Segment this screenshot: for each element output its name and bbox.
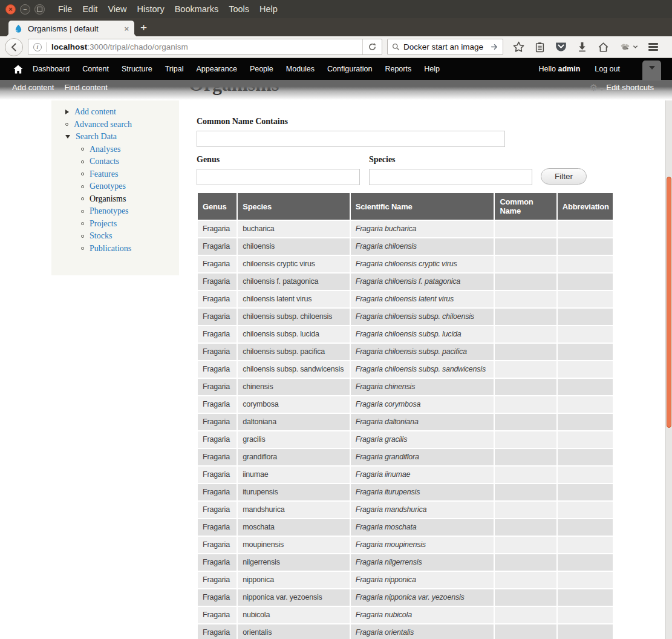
logout-link[interactable]: Log out: [595, 65, 620, 73]
admin-menu-item[interactable]: Modules: [286, 65, 315, 73]
search-go-icon[interactable]: [491, 43, 498, 51]
admin-menu-item[interactable]: Configuration: [327, 65, 372, 73]
species-input[interactable]: [369, 169, 532, 185]
bookmarks-list-icon[interactable]: [535, 42, 545, 53]
admin-menu-item[interactable]: Appearance: [196, 65, 237, 73]
admin-menu-item[interactable]: Reports: [385, 65, 411, 73]
menubar-item[interactable]: File: [58, 4, 72, 14]
edit-shortcuts-link[interactable]: ⚙ Edit shortcuts: [590, 83, 654, 92]
sidebar-item-label[interactable]: Search Data: [76, 131, 117, 143]
admin-home-icon[interactable]: [13, 65, 23, 74]
sidebar-item-label[interactable]: Contacts: [90, 156, 119, 168]
species-cell: chiloensis: [238, 238, 350, 255]
browser-menubar: FileEditViewHistoryBookmarksToolsHelp: [58, 4, 278, 14]
sidebar-item-label[interactable]: Organisms: [90, 193, 126, 206]
sidebar-item-label[interactable]: Stocks: [90, 230, 112, 243]
sidebar-menu-item[interactable]: Search Data: [51, 131, 179, 143]
sidebar-menu: Add content Advanced search Search Data …: [51, 106, 179, 255]
abbreviation-cell: [558, 431, 613, 448]
back-button[interactable]: [5, 38, 23, 56]
page-content: Common Name Contains Genus Species Filte…: [197, 100, 614, 639]
admin-menu-item[interactable]: Content: [82, 65, 109, 73]
admin-menu-item[interactable]: Tripal: [165, 65, 184, 73]
site-info-icon[interactable]: i: [33, 43, 42, 51]
window-minimize-button[interactable]: −: [20, 4, 30, 15]
admin-menu-item[interactable]: Help: [424, 65, 440, 73]
table-row: Fragaria grandiflora Fragaria grandiflor…: [198, 449, 613, 465]
scrollbar-thumb[interactable]: [667, 177, 671, 428]
browser-navbar: i localhost:3000/tripal/chado/organism D…: [0, 36, 672, 58]
browser-tab[interactable]: Organisms | default ×: [8, 21, 134, 36]
common-name-cell: [495, 221, 556, 237]
common-name-cell: [495, 291, 556, 307]
sidebar-menu-item[interactable]: Contacts: [51, 156, 179, 168]
menubar-item[interactable]: Edit: [82, 4, 97, 14]
genus-input[interactable]: [197, 169, 360, 185]
shortcut-link[interactable]: Find content: [64, 83, 108, 92]
extension-fly-icon[interactable]: [619, 42, 631, 52]
sidebar-menu-item[interactable]: Organisms: [51, 193, 179, 206]
sidebar-menu-item[interactable]: Projects: [51, 218, 179, 231]
menubar-item[interactable]: Bookmarks: [175, 4, 219, 14]
abbreviation-cell: [558, 238, 613, 255]
bullet-icon: [81, 197, 84, 200]
admin-menu-item[interactable]: Dashboard: [33, 65, 70, 73]
abbreviation-cell: [558, 396, 613, 413]
admin-menu-item[interactable]: People: [250, 65, 273, 73]
home-icon[interactable]: [598, 42, 609, 53]
menubar-item[interactable]: Help: [259, 4, 278, 14]
page-scrollbar[interactable]: [665, 100, 672, 639]
sidebar-menu-item[interactable]: Genotypes: [51, 180, 179, 193]
scientific-name-cell: Fragaria chiloensis subsp. chiloensis: [351, 309, 494, 325]
common-name-cell: [495, 467, 556, 483]
search-input[interactable]: Docker start an image: [403, 42, 487, 51]
genus-cell: Fragaria: [198, 467, 237, 483]
sidebar-item-label[interactable]: Phenotypes: [90, 205, 129, 218]
sidebar-menu-item[interactable]: Advanced search: [51, 119, 179, 131]
table-row: Fragaria chiloensis subsp. lucida Fragar…: [198, 326, 613, 342]
genus-cell: Fragaria: [198, 309, 237, 325]
shortcut-link[interactable]: Add content: [12, 83, 54, 92]
toolbar-toggle-button[interactable]: [642, 61, 661, 81]
sidebar-menu-item[interactable]: Add content: [51, 106, 179, 119]
search-icon: [392, 43, 400, 51]
sidebar-menu-item[interactable]: Features: [51, 168, 179, 181]
sidebar-item-label[interactable]: Add content: [74, 106, 116, 119]
scientific-name-cell: Fragaria nipponica: [351, 572, 494, 588]
menubar-item[interactable]: View: [108, 4, 126, 14]
sidebar-menu-item[interactable]: Stocks: [51, 230, 179, 243]
sidebar-menu-item[interactable]: Phenotypes: [51, 205, 179, 218]
sidebar-item-label[interactable]: Analyses: [90, 143, 120, 156]
url-bar[interactable]: i localhost:3000/tripal/chado/organism: [28, 39, 382, 55]
table-row: Fragaria chinensis Fragaria chinensis: [198, 379, 613, 395]
bullet-icon: [65, 135, 70, 139]
window-close-button[interactable]: ×: [5, 4, 16, 15]
pocket-icon[interactable]: [555, 42, 567, 52]
filter-button[interactable]: Filter: [541, 168, 587, 185]
search-bar[interactable]: Docker start an image: [387, 39, 503, 55]
sidebar-menu-item[interactable]: Analyses: [51, 143, 179, 156]
tab-close-icon[interactable]: ×: [124, 24, 129, 33]
reload-icon[interactable]: [362, 39, 382, 54]
sidebar-item-label[interactable]: Features: [90, 168, 118, 181]
common-name-cell: [495, 256, 556, 272]
menu-hamburger-icon[interactable]: [648, 42, 658, 53]
menubar-item[interactable]: History: [137, 4, 165, 14]
sidebar-item-label[interactable]: Publications: [90, 243, 131, 255]
downloads-icon[interactable]: [577, 42, 587, 52]
window-maximize-button[interactable]: [34, 4, 45, 15]
sidebar-item-label[interactable]: Advanced search: [74, 119, 132, 131]
bullet-icon: [81, 160, 84, 163]
new-tab-button[interactable]: +: [140, 21, 147, 35]
chevron-down-icon[interactable]: [633, 44, 638, 50]
sidebar-item-label[interactable]: Projects: [90, 218, 117, 231]
table-row: Fragaria chiloensis subsp. sandwicensis …: [198, 361, 613, 378]
url-text[interactable]: localhost:3000/tripal/chado/organism: [51, 42, 362, 51]
bookmark-star-icon[interactable]: [513, 41, 524, 53]
admin-menu-item[interactable]: Structure: [122, 65, 152, 73]
menubar-item[interactable]: Tools: [229, 4, 249, 14]
common-name-input[interactable]: [197, 131, 505, 147]
sidebar-item-label[interactable]: Genotypes: [90, 180, 126, 193]
genus-cell: Fragaria: [198, 326, 237, 342]
sidebar-menu-item[interactable]: Publications: [51, 243, 179, 255]
